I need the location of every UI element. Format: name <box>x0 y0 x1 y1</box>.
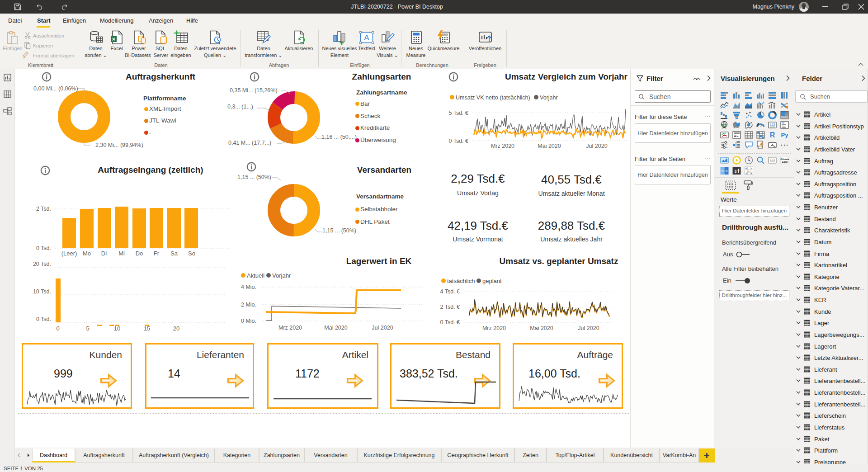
svg-text:$: $ <box>734 169 736 174</box>
svg-text:123: 123 <box>770 123 775 126</box>
svg-text:Card: Card <box>782 160 788 163</box>
svg-text:$: $ <box>726 169 728 173</box>
svg-text:Py: Py <box>781 132 789 138</box>
svg-text:%: % <box>721 169 724 173</box>
svg-text:R: R <box>770 131 775 139</box>
svg-text:123: 123 <box>770 158 775 161</box>
svg-text:A: A <box>364 33 369 42</box>
